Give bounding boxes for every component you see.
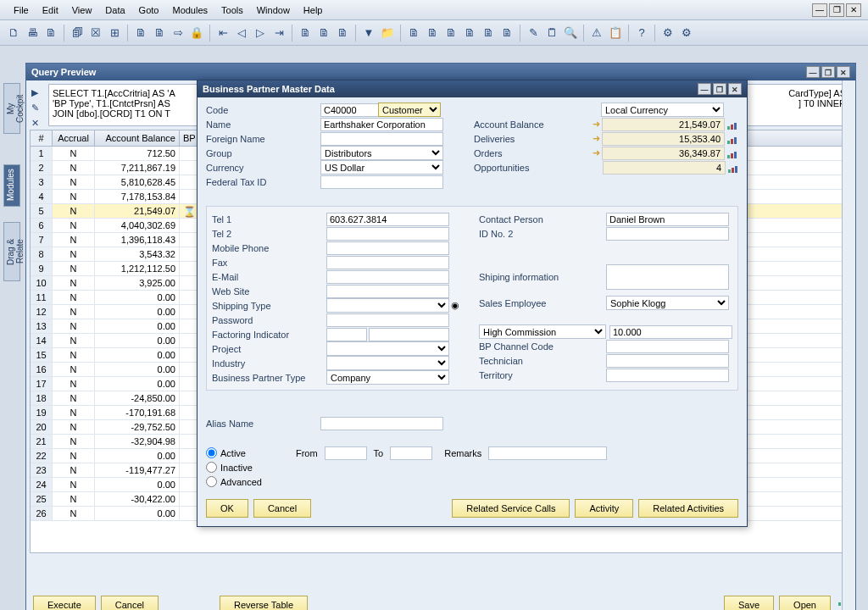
factoring-field1[interactable] bbox=[326, 328, 367, 341]
mobile-field[interactable] bbox=[326, 241, 449, 255]
ok-button[interactable]: OK bbox=[206, 499, 248, 518]
menu-window[interactable]: Window bbox=[250, 3, 297, 18]
doc2-icon[interactable]: 🗎 bbox=[151, 25, 168, 42]
app-minimize-button[interactable]: — bbox=[812, 3, 827, 17]
edit-icon[interactable]: ✎ bbox=[525, 25, 542, 42]
password-field[interactable] bbox=[326, 313, 449, 327]
col-header-accrual[interactable]: Accrual bbox=[53, 130, 95, 146]
to-field[interactable] bbox=[390, 446, 432, 460]
search-icon[interactable]: 🔍 bbox=[562, 25, 579, 42]
territory-field[interactable] bbox=[606, 369, 729, 382]
folder-icon[interactable]: 📁 bbox=[379, 25, 396, 42]
code-field[interactable] bbox=[320, 103, 380, 117]
group-dropdown[interactable]: Distributors bbox=[320, 146, 443, 160]
arrow-icon[interactable]: ⇨ bbox=[170, 25, 186, 42]
opps-chart-icon[interactable] bbox=[728, 163, 738, 173]
app-restore-button[interactable]: ❐ bbox=[829, 3, 844, 17]
idno2-field[interactable] bbox=[606, 227, 729, 241]
link-arrow-icon[interactable]: ➜ bbox=[593, 119, 600, 130]
doc7-icon[interactable]: 🗎 bbox=[480, 25, 497, 42]
inactive-radio[interactable] bbox=[206, 462, 217, 473]
app-close-button[interactable]: ✕ bbox=[846, 3, 861, 17]
bp-channel-field[interactable] bbox=[606, 340, 729, 353]
query-cancel-button[interactable]: Cancel bbox=[101, 596, 159, 610]
commission-type-dropdown[interactable]: High Commission bbox=[479, 324, 606, 339]
config2-icon[interactable]: ⚙ bbox=[678, 25, 695, 42]
link-arrow-icon[interactable]: ➜ bbox=[593, 147, 600, 158]
related-service-calls-button[interactable]: Related Service Calls bbox=[452, 499, 570, 518]
alias-name-field[interactable] bbox=[320, 417, 443, 430]
sql-clear-icon[interactable]: ✕ bbox=[28, 118, 42, 131]
nav3-icon[interactable]: 🗎 bbox=[334, 25, 351, 42]
prev-icon[interactable]: ◁ bbox=[233, 25, 250, 42]
tel2-field[interactable] bbox=[326, 227, 449, 241]
warning-icon[interactable]: ⚠ bbox=[588, 25, 605, 42]
shipping-info-field[interactable] bbox=[606, 264, 729, 290]
from-field[interactable] bbox=[325, 446, 367, 460]
vtab-drag-relate[interactable]: Drag & Relate bbox=[3, 222, 20, 281]
dialog-titlebar[interactable]: Business Partner Master Data — ❐ ✕ bbox=[198, 80, 747, 97]
last-icon[interactable]: ⇥ bbox=[270, 25, 287, 42]
website-field[interactable] bbox=[326, 285, 449, 298]
file-icon[interactable]: 🗐 bbox=[69, 25, 86, 42]
currency-dropdown[interactable]: US Dollar bbox=[320, 160, 443, 175]
note-icon[interactable]: 🗒 bbox=[543, 25, 560, 42]
print-icon[interactable]: 🖶 bbox=[24, 25, 41, 42]
name-field[interactable] bbox=[320, 118, 443, 131]
execute-button[interactable]: Execute bbox=[33, 596, 96, 610]
sales-employee-dropdown[interactable]: Sophie Klogg bbox=[606, 296, 729, 310]
save-button[interactable]: Save bbox=[724, 596, 774, 610]
reverse-table-button[interactable]: Reverse Table bbox=[220, 596, 308, 610]
technician-field[interactable] bbox=[606, 354, 729, 368]
remarks-field[interactable] bbox=[488, 446, 607, 460]
first-icon[interactable]: ⇤ bbox=[214, 25, 231, 42]
doc4-icon[interactable]: 🗎 bbox=[424, 25, 441, 42]
foreign-name-field[interactable] bbox=[320, 132, 443, 146]
industry-dropdown[interactable] bbox=[326, 356, 449, 370]
lock-icon[interactable]: 🔒 bbox=[188, 25, 205, 42]
menu-tools[interactable]: Tools bbox=[214, 3, 250, 18]
define-new-icon[interactable]: ◉ bbox=[451, 300, 459, 311]
project-dropdown[interactable] bbox=[326, 341, 449, 356]
active-radio[interactable] bbox=[206, 447, 217, 458]
doc1-icon[interactable]: 🗎 bbox=[132, 25, 149, 42]
nav1-icon[interactable]: 🗎 bbox=[297, 25, 314, 42]
federal-tax-id-field[interactable] bbox=[320, 175, 443, 189]
col-header-balance[interactable]: Account Balance bbox=[95, 130, 180, 146]
commission-value-field[interactable] bbox=[609, 325, 732, 339]
config1-icon[interactable]: ⚙ bbox=[659, 25, 676, 42]
activity-button[interactable]: Activity bbox=[575, 499, 633, 518]
menu-file[interactable]: File bbox=[7, 3, 36, 18]
link-arrow-icon[interactable]: ➜ bbox=[593, 133, 600, 144]
doc6-icon[interactable]: 🗎 bbox=[461, 25, 478, 42]
factoring-field2[interactable] bbox=[369, 328, 449, 341]
menu-modules[interactable]: Modules bbox=[165, 3, 214, 18]
next-icon[interactable]: ▷ bbox=[252, 25, 269, 42]
local-currency-dropdown[interactable]: Local Currency bbox=[601, 103, 724, 117]
shipping-type-dropdown[interactable] bbox=[326, 298, 449, 313]
filter-icon[interactable]: ▼ bbox=[360, 25, 377, 42]
dialog-minimize-button[interactable]: — bbox=[698, 83, 711, 95]
orders-chart-icon[interactable] bbox=[727, 148, 737, 158]
dialog-close-button[interactable]: ✕ bbox=[728, 83, 742, 95]
open-button[interactable]: Open bbox=[779, 596, 831, 610]
bp-partner-type-dropdown[interactable]: Company bbox=[326, 370, 449, 385]
doc5-icon[interactable]: 🗎 bbox=[442, 25, 459, 42]
col-header-num[interactable]: # bbox=[31, 130, 53, 146]
dialog-restore-button[interactable]: ❐ bbox=[713, 83, 726, 95]
sql-run-icon[interactable]: ▶ bbox=[28, 87, 42, 101]
menu-edit[interactable]: Edit bbox=[36, 3, 65, 18]
contact-person-field[interactable] bbox=[606, 213, 729, 226]
new-icon[interactable]: 🗋 bbox=[5, 25, 22, 42]
help-icon[interactable]: ? bbox=[633, 25, 650, 42]
menu-help[interactable]: Help bbox=[297, 3, 330, 18]
email-field[interactable] bbox=[326, 270, 449, 284]
clipboard-icon[interactable]: 📋 bbox=[607, 25, 624, 42]
deliveries-chart-icon[interactable] bbox=[727, 134, 737, 144]
balance-chart-icon[interactable] bbox=[727, 119, 737, 130]
excel-icon[interactable]: ⊞ bbox=[106, 25, 123, 42]
menu-goto[interactable]: Goto bbox=[132, 3, 166, 18]
query-scrollbar[interactable] bbox=[842, 80, 855, 610]
related-activities-button[interactable]: Related Activities bbox=[638, 499, 738, 518]
menu-data[interactable]: Data bbox=[98, 3, 131, 18]
